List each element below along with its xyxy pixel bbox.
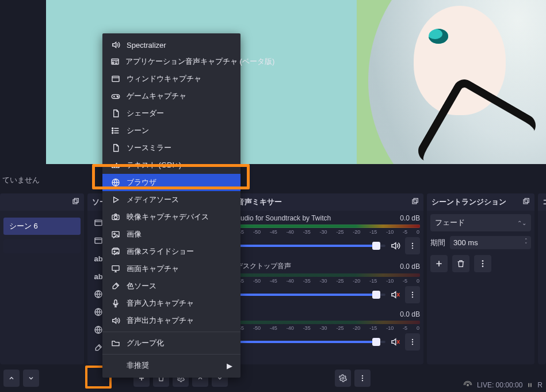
svg-point-40 [112, 132, 113, 134]
ctx-item-label: ウィンドウキャプチャ [127, 74, 201, 84]
svg-rect-2 [74, 199, 78, 203]
transition-remove-button[interactable] [452, 255, 469, 272]
dots-vert-icon [408, 242, 417, 250]
text-ab-icon: ab [110, 161, 121, 170]
speaker-muted-icon[interactable] [390, 290, 400, 300]
popout-icon[interactable] [71, 198, 79, 206]
svg-point-12 [412, 248, 413, 249]
ctx-item-speaker[interactable]: 音声出力キャプチャ [102, 312, 240, 329]
svg-point-21 [482, 260, 484, 262]
ctx-item-appwin[interactable]: アプリケーション音声キャプチャ (ベータ版) [102, 53, 240, 70]
mixer-db-value: 0.0 dB [400, 310, 420, 318]
ctx-item-label: メディアソース [127, 195, 179, 205]
ctx-item-deprecated[interactable]: 非推奨 ▶ [102, 357, 240, 374]
status-live-text: LIVE: 00:00:00 [477, 381, 522, 389]
mixer-item: Audio for Soundtrack by Twitch 0.0 dB -5… [236, 214, 420, 254]
speaker-muted-icon[interactable] [390, 337, 400, 347]
controls-title: コ [543, 197, 546, 207]
monitor-icon [110, 264, 121, 273]
svg-point-10 [412, 243, 413, 244]
spinner-buttons[interactable]: ˄˅ [525, 239, 528, 247]
ctx-item-file[interactable]: シェーダー [102, 105, 240, 122]
svg-rect-1 [73, 200, 77, 204]
speaker-icon[interactable] [390, 241, 400, 251]
ctx-item-file[interactable]: ソースミラー [102, 139, 240, 157]
speaker-icon [110, 316, 121, 325]
volume-slider[interactable] [236, 341, 385, 343]
globe-icon [94, 290, 103, 299]
status-rec-text: R [537, 381, 543, 389]
ctx-item-monitor[interactable]: 画面キャプチャ [102, 260, 240, 277]
mixer-item-more-button[interactable] [405, 237, 420, 254]
scenes-up-button[interactable] [3, 370, 20, 387]
ctx-item-camera[interactable]: 映像キャプチャデバイス [102, 208, 240, 226]
ctx-item-slides[interactable]: 画像スライドショー [102, 243, 240, 260]
vu-scale: -55-50-45-40-35-30-25-20-15-10-50 [236, 229, 420, 235]
globe-icon [110, 178, 121, 187]
ctx-item-label: アプリケーション音声キャプチャ (ベータ版) [125, 56, 274, 67]
svg-point-26 [362, 375, 363, 376]
scene-item-label: シーン 6 [9, 222, 38, 230]
svg-point-29 [467, 385, 469, 386]
svg-point-13 [412, 292, 413, 293]
status-bar: LIVE: 00:00:00 R [463, 380, 543, 390]
svg-rect-8 [413, 200, 417, 204]
ctx-item-mic[interactable]: 音声入力キャプチャ [102, 295, 240, 312]
scene-item[interactable]: シーン 6 [3, 218, 81, 235]
svg-point-27 [362, 378, 363, 379]
transition-more-button[interactable] [474, 255, 491, 272]
svg-point-17 [412, 341, 413, 342]
ctx-item-text-ab[interactable]: ab テキスト (GDI+) [102, 157, 240, 174]
chevron-right-icon: ▶ [227, 361, 232, 370]
ctx-item-gamepad[interactable]: ゲームキャプチャ [102, 87, 240, 105]
ctx-item-label: シェーダー [127, 108, 164, 119]
popout-icon[interactable] [411, 198, 419, 206]
ctx-item-label: 非推奨 [127, 360, 149, 371]
broadcast-icon [463, 380, 472, 390]
ctx-item-speaker[interactable]: Spectralizer [102, 37, 240, 53]
mixer-db-value: 0.0 dB [400, 214, 420, 222]
speaker-icon [110, 40, 121, 50]
svg-point-43 [114, 216, 117, 219]
vu-scale: -55-50-45-40-35-30-25-20-15-10-50 [236, 278, 420, 284]
volume-slider[interactable] [236, 245, 385, 247]
ctx-item-globe[interactable]: ブラウザ [102, 174, 240, 191]
transitions-panel: シーントランジション フェード ⌃⌄ 期間 300 ms ˄˅ [427, 193, 534, 364]
plus-icon [434, 259, 444, 268]
gear-icon [339, 374, 347, 382]
volume-slider[interactable] [236, 294, 385, 296]
ctx-separator [102, 332, 240, 332]
transition-select[interactable]: フェード ⌃⌄ [430, 214, 531, 231]
transition-duration-value: 300 ms [453, 238, 478, 247]
ctx-item-window[interactable]: ウィンドウキャプチャ [102, 70, 240, 87]
mixer-more-button[interactable] [354, 370, 371, 387]
scenes-down-button[interactable] [23, 370, 39, 387]
ctx-item-label: 色ソース [127, 281, 156, 291]
ctx-item-list[interactable]: シーン [102, 122, 240, 139]
mixer-item-more-button[interactable] [405, 333, 420, 351]
ctx-item-label: シーン [127, 125, 149, 136]
ctx-item-play[interactable]: メディアソース [102, 191, 240, 208]
window-icon [94, 236, 103, 245]
ctx-item-image[interactable]: 画像 [102, 226, 240, 243]
svg-rect-9 [414, 199, 418, 203]
ctx-item-brush[interactable]: 色ソース [102, 277, 240, 295]
brush-icon [110, 281, 121, 291]
chevron-down-icon [28, 375, 35, 382]
svg-rect-48 [112, 266, 119, 271]
mixer-item: デスクトップ音声 0.0 dB -55-50-45-40-35-30-25-20… [236, 261, 420, 303]
transition-add-button[interactable] [430, 255, 448, 272]
popout-icon[interactable] [522, 198, 530, 206]
play-icon [110, 195, 121, 204]
mixer-item-more-button[interactable] [405, 286, 420, 303]
mixer-settings-button[interactable] [335, 370, 351, 387]
ctx-item-label: 音声入力キャプチャ [127, 298, 194, 309]
ctx-item-label: 画面キャプチャ [127, 264, 179, 274]
text-ab-icon: ab [94, 254, 102, 263]
svg-point-45 [114, 233, 116, 235]
vu-meter [236, 321, 420, 324]
ctx-item-group[interactable]: グループ化 [102, 334, 240, 352]
svg-point-23 [482, 265, 484, 267]
transition-duration-input[interactable]: 300 ms ˄˅ [450, 236, 531, 249]
window-left-strip [0, 0, 46, 164]
